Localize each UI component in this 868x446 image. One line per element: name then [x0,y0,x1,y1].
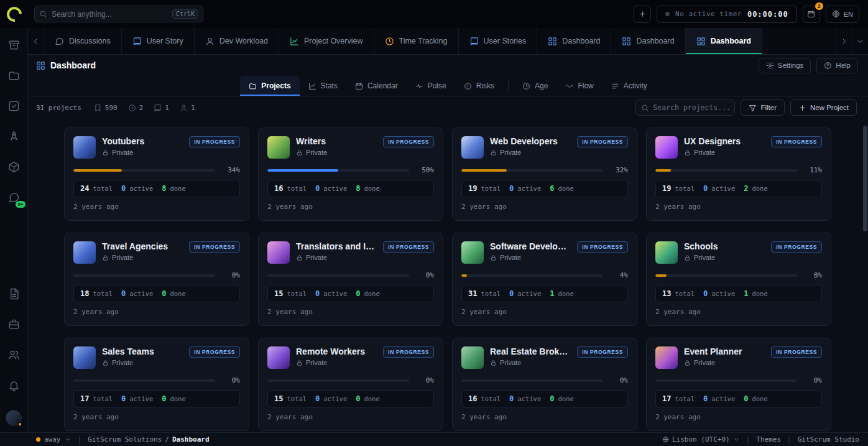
project-name[interactable]: UX Designers [684,136,765,146]
breadcrumb[interactable]: GitScrum Solutions / Dashboard [88,435,209,444]
language-button[interactable]: EN [826,6,859,23]
tab-project-overview[interactable]: Project Overview [279,28,374,54]
project-name[interactable]: Sales Teams [102,346,183,356]
new-project-button[interactable]: New Project [790,100,857,116]
book-icon [132,37,142,46]
filter-button[interactable]: Filter [741,100,785,116]
sidebar-item-workspace[interactable] [8,39,20,51]
tabs-scroll-right-button[interactable] [836,28,852,54]
task-stats: 16total 0active 8done [267,180,434,197]
counter-time[interactable]: 2 [128,104,144,112]
tab-label: Time Tracking [399,37,448,45]
tab-user-story[interactable]: User Story [122,28,195,54]
task-stats: 19total 0active 6done [461,180,628,197]
global-search[interactable]: CtrlK [34,6,203,22]
project-card[interactable]: Real Estate Brokers Private IN PROGRESS … [452,338,637,431]
sidebar-item-products[interactable] [8,161,20,173]
subtab-projects[interactable]: Projects [240,76,299,96]
studio-link[interactable]: GitScrum Studio [798,435,859,444]
status-badge: IN PROGRESS [771,241,822,253]
global-search-input[interactable] [52,10,168,19]
project-card[interactable]: Software Developer Private IN PROGRESS 4… [452,233,637,326]
done-label: done [752,185,767,192]
project-card[interactable]: Event Planner Private IN PROGRESS 0% 17t… [646,338,831,431]
project-name[interactable]: Translators and Interp... [296,241,377,251]
project-name[interactable]: Writers [296,136,377,146]
tab-time-tracking[interactable]: Time Tracking [374,28,459,54]
timezone-selector[interactable]: Lisbon (UTC+0) [662,435,740,444]
total-label: total [93,185,113,192]
project-card[interactable]: Web Developers Private IN PROGRESS 32% 1… [452,128,637,221]
tab-user-stories[interactable]: User Stories [459,28,538,54]
counter-stories[interactable]: 1 [154,104,169,112]
project-card[interactable]: Remote Workers Private IN PROGRESS 0% 15… [258,338,443,431]
quick-add-button[interactable] [634,6,651,23]
project-name[interactable]: Web Developers [490,136,571,146]
status-badge: IN PROGRESS [577,241,628,253]
sidebar-item-chat[interactable]: 9+ [8,192,20,203]
project-name[interactable]: Real Estate Brokers [490,346,571,356]
sidebar-item-sprints[interactable] [8,131,20,142]
done-count: 0 [744,394,748,403]
tabs-overflow-button[interactable] [852,28,868,54]
rocket-icon [8,131,20,142]
active-count: 0 [703,184,708,193]
subtab-activity[interactable]: Activity [603,76,656,96]
project-name[interactable]: Schools [684,241,765,251]
package-icon [8,161,20,173]
calendar-button[interactable]: 2 [803,6,820,23]
project-card[interactable]: Translators and Interp... Private IN PRO… [258,233,443,326]
progress-fill [461,274,467,277]
breadcrumb-workspace[interactable]: GitScrum Solutions [88,435,162,444]
project-search[interactable] [635,100,735,116]
progress-bar [73,274,215,277]
task-check-icon [8,100,20,112]
scrollbar-thumb[interactable] [863,126,867,231]
sidebar-item-notifications[interactable] [8,379,20,391]
user-avatar[interactable] [6,410,22,426]
subtab-label: Risks [476,81,494,90]
project-name[interactable]: Remote Workers [296,346,377,356]
project-card[interactable]: Youtubers Private IN PROGRESS 34% 24tota… [64,128,249,221]
project-card[interactable]: Schools Private IN PROGRESS 8% 13total 0… [646,233,831,326]
tab-discussions[interactable]: Discussions [44,28,122,54]
project-card[interactable]: Travel Agencies Private IN PROGRESS 0% 1… [64,233,249,326]
themes-link[interactable]: Themes [756,435,781,444]
subtab-calendar[interactable]: Calendar [346,76,407,96]
sidebar-item-company[interactable] [8,318,20,330]
done-label: done [364,395,379,402]
subtab-stats[interactable]: Stats [300,76,346,96]
counter-tasks[interactable]: 590 [94,104,118,112]
project-name[interactable]: Youtubers [102,136,183,146]
presence-selector[interactable]: away [36,435,72,444]
active-label: active [517,290,541,297]
tab-dashboard-2[interactable]: Dashboard [611,28,685,54]
project-name[interactable]: Event Planner [684,346,765,356]
project-avatar [267,241,290,264]
subtab-pulse[interactable]: Pulse [407,76,455,96]
project-card[interactable]: Sales Teams Private IN PROGRESS 0% 17tot… [64,338,249,431]
help-button[interactable]: Help [816,58,858,73]
sidebar-item-documents[interactable] [8,288,20,300]
tab-dashboard-active[interactable]: Dashboard [686,28,762,54]
counter-members[interactable]: 1 [180,104,195,112]
tab-dashboard-1[interactable]: Dashboard [537,28,611,54]
timer-widget[interactable]: No active timer 00:00:00 [657,6,797,23]
subtab-flow[interactable]: Flow [556,76,602,96]
gitscrum-logo[interactable] [0,7,28,22]
folder-icon [249,82,257,90]
tabs-scroll-left-button[interactable] [28,28,44,54]
project-card[interactable]: UX Designers Private IN PROGRESS 11% 19t… [646,128,831,221]
project-search-input[interactable] [653,103,729,112]
sidebar-item-tasks[interactable] [8,100,20,112]
project-name[interactable]: Software Developer [490,241,571,251]
sidebar-item-team[interactable] [8,349,20,361]
subtab-risks[interactable]: Risks [455,76,503,96]
done-label: done [752,290,767,297]
project-card[interactable]: Writers Private IN PROGRESS 50% 16total … [258,128,443,221]
sidebar-item-projects[interactable] [8,70,20,81]
tab-dev-workload[interactable]: Dev Workload [195,28,279,54]
settings-button[interactable]: Settings [759,58,811,73]
subtab-age[interactable]: Age [514,76,556,96]
project-name[interactable]: Travel Agencies [102,241,183,251]
